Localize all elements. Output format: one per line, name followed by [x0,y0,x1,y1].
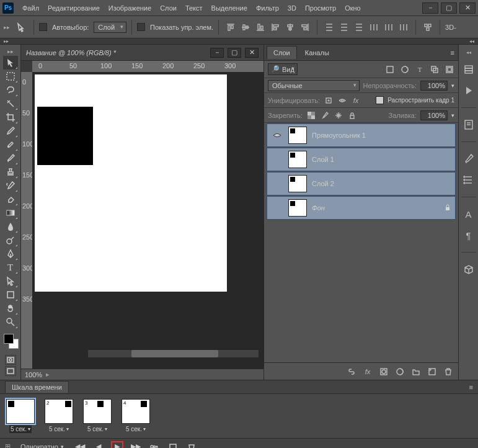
history-brush-tool[interactable] [3,179,18,192]
menu-3d[interactable]: 3D [284,3,300,13]
layer-row[interactable]: Слой 2 [267,172,456,195]
properties-dock-icon[interactable] [462,118,476,132]
filter-type-icon[interactable]: T [415,65,425,74]
canvas-shape[interactable] [37,107,93,165]
frame-duration[interactable]: 5 сек.▾ [125,425,147,433]
menu-text[interactable]: Текст [182,3,206,13]
fx-icon[interactable]: fx [363,367,373,377]
zoom-tool[interactable] [3,315,18,329]
eraser-tool[interactable] [3,192,18,206]
group-icon[interactable] [411,367,421,377]
color-swatches[interactable] [2,333,19,349]
filter-adjust-icon[interactable] [400,65,410,74]
eyedropper-tool[interactable] [3,124,18,138]
character-dock-icon[interactable]: A [462,207,476,221]
layer-thumbnail[interactable] [288,151,307,168]
menu-view[interactable]: Просмотр [301,3,340,13]
menu-image[interactable]: Изображение [105,3,155,13]
align-left-icon[interactable] [268,20,282,34]
play-button[interactable]: ▶ [111,441,123,449]
hand-tool[interactable] [3,302,18,315]
filter-type-dropdown[interactable]: 🔎 Вид [268,63,298,75]
dist-6-icon[interactable] [397,20,410,34]
auto-align-icon[interactable] [421,20,435,34]
frame-duration[interactable]: 5 сек.▾ [48,425,70,433]
fill-flyout-icon[interactable]: ▾ [451,112,454,119]
doc-close-button[interactable]: ✕ [245,48,259,58]
heal-tool[interactable] [3,138,18,151]
tween-button[interactable] [148,441,161,449]
layer-row[interactable]: Слой 1 [267,148,456,171]
frame-thumbnail[interactable]: 2 [45,399,73,424]
zoom-readout[interactable]: 100% [25,371,42,379]
panel-menu-icon[interactable]: ≡ [447,49,458,56]
frame-thumbnail[interactable]: 1 [6,399,35,424]
horizontal-scrollbar[interactable] [88,350,259,357]
align-hcenter-icon[interactable] [283,20,297,34]
convert-timeline-icon[interactable]: ⊞ [5,442,11,448]
link-layers-icon[interactable] [347,367,356,377]
stamp-tool[interactable] [3,165,18,179]
quickmask-button[interactable] [5,355,16,365]
lasso-tool[interactable] [3,83,18,97]
dist-5-icon[interactable] [382,20,396,34]
autoselect-checkbox[interactable] [39,23,47,31]
loop-dropdown[interactable]: Однократно▾ [17,442,68,449]
workspace-expand-icon[interactable]: ▸▸ [4,38,9,44]
layer-row[interactable]: Фон [267,196,456,220]
unify-position-icon[interactable] [324,96,334,105]
status-menu-icon[interactable]: ▸ [46,370,50,379]
canvas[interactable] [35,74,227,292]
brushpreset-dock-icon[interactable] [462,173,476,187]
tab-layers[interactable]: Слои [267,46,297,59]
history-dock-icon[interactable] [462,63,476,76]
foreground-swatch[interactable] [4,334,14,344]
trash-icon[interactable] [443,367,453,377]
path-select-tool[interactable] [3,274,18,288]
frame-duration[interactable]: 5 сек.▾ [86,425,108,433]
marquee-tool[interactable] [3,69,18,83]
visibility-toggle[interactable] [271,132,283,138]
align-right-icon[interactable] [298,20,312,34]
opacity-flyout-icon[interactable]: ▾ [451,83,454,89]
canvas-viewport[interactable] [32,72,263,369]
align-bottom-icon[interactable] [254,20,267,34]
dist-1-icon[interactable] [322,20,336,34]
filter-pixel-icon[interactable] [385,65,395,74]
actions-dock-icon[interactable] [462,84,476,97]
first-frame-button[interactable]: ◀◀ [74,441,86,449]
frame-thumbnail[interactable]: 3 [83,399,112,424]
timeline-frame[interactable]: 1 5 сек.▾ [5,399,36,433]
layer-thumbnail[interactable] [288,127,307,144]
vertical-ruler[interactable]: 0 50 100 150 200 250 300 350 [21,72,32,369]
wand-tool[interactable] [3,97,18,110]
opacity-field[interactable]: 100% [420,81,448,91]
type-tool[interactable]: T [3,261,18,274]
unify-visibility-icon[interactable] [337,96,347,105]
menu-file[interactable]: Файл [19,3,43,13]
align-top-icon[interactable] [224,20,237,34]
new-layer-icon[interactable] [427,367,437,377]
paragraph-dock-icon[interactable]: ¶ [462,228,476,242]
blur-tool[interactable] [3,220,18,233]
layers-list[interactable]: Прямоугольник 1 Слой 1 Слой 2 Фон [264,123,458,362]
expand-options-icon[interactable]: ▸▸ [4,24,10,30]
dist-4-icon[interactable] [367,20,381,34]
shape-tool[interactable] [3,288,18,302]
horizontal-ruler[interactable]: 0 50 100 150 200 250 300 [32,61,263,72]
menu-select[interactable]: Выделение [208,3,251,13]
timeline-tab[interactable]: Шкала времени [5,381,69,393]
propagate-checkbox[interactable] [376,96,384,104]
3d-dock-icon[interactable] [462,262,476,276]
timeline-frame[interactable]: 3 5 сек.▾ [82,399,113,433]
mask-icon[interactable] [379,367,389,377]
lock-position-icon[interactable] [334,110,343,120]
crop-tool[interactable] [3,110,18,124]
move-tool[interactable] [3,56,18,69]
fill-field[interactable]: 100% [420,110,448,120]
dock-expand-icon[interactable]: ◂◂ [466,50,471,55]
layer-name[interactable]: Слой 2 [312,180,451,187]
screenmode-button[interactable] [5,366,16,376]
showcontrols-checkbox[interactable] [137,23,145,31]
layer-thumbnail[interactable] [288,175,307,192]
